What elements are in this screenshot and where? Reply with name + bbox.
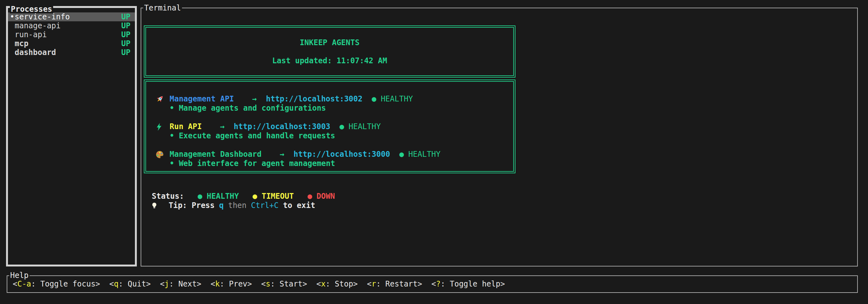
arrow-right-icon: → xyxy=(252,95,256,104)
service-health-status: HEALTHY xyxy=(408,150,440,159)
bracket-open: < xyxy=(110,279,114,289)
process-status-badge: UP xyxy=(121,48,130,57)
arrow-right-icon: → xyxy=(220,122,224,131)
service-description: • Manage agents and configurations xyxy=(146,104,513,113)
shortcut-key: s xyxy=(266,279,270,289)
arrow-right-icon: → xyxy=(280,150,284,159)
palette-icon xyxy=(155,150,169,159)
process-status-badge: UP xyxy=(121,12,130,21)
shortcut-label: : Prev> xyxy=(220,279,252,289)
header-box: INKEEP AGENTS Last updated: 11:07:42 AM xyxy=(144,26,516,77)
bracket-open: < xyxy=(431,279,436,289)
bracket-open: < xyxy=(261,279,266,289)
bulb-icon xyxy=(151,201,164,210)
process-status-badge: UP xyxy=(121,39,130,48)
legend-label: HEALTHY xyxy=(207,192,239,201)
service-url[interactable]: http://localhost:3000 xyxy=(293,150,390,159)
health-dot-icon: ● xyxy=(372,95,376,104)
status-legend-item: ●DOWN xyxy=(307,192,335,201)
shortcut-key: C-a xyxy=(17,279,31,289)
tip-text-part: Tip: Press xyxy=(168,201,215,210)
bracket-open: < xyxy=(367,279,371,289)
process-status-badge: UP xyxy=(121,21,130,30)
bracket-open: < xyxy=(13,279,17,289)
service-url[interactable]: http://localhost:3003 xyxy=(234,122,330,131)
status-legend-item: ●HEALTHY xyxy=(197,192,239,201)
shortcut-key: k xyxy=(215,279,220,289)
processes-panel: Processes •service-infoUPmanage-apiUPrun… xyxy=(6,6,137,267)
shortcut-label: : Restart> xyxy=(376,279,422,289)
help-shortcut-q: <q: Quit> xyxy=(110,279,151,289)
bracket-open: < xyxy=(211,279,215,289)
tip-text-part: q xyxy=(219,201,224,210)
service-health-status: HEALTHY xyxy=(349,122,381,131)
service-health-status: HEALTHY xyxy=(381,95,413,104)
zap-icon xyxy=(155,123,169,131)
shortcut-key: ? xyxy=(436,279,440,289)
status-legend-item: ●TIMEOUT xyxy=(253,192,294,201)
shortcut-key: r xyxy=(372,279,376,289)
service-description: • Web interface for agent management xyxy=(146,159,513,168)
process-name: run-api xyxy=(14,30,47,39)
process-name: dashboard xyxy=(14,48,56,57)
tip-text-part: Ctrl+C xyxy=(251,201,279,210)
process-row-mcp[interactable]: mcpUP xyxy=(8,39,135,48)
services-box: Management API→http://localhost:3002●HEA… xyxy=(144,79,516,173)
help-panel-title: Help xyxy=(9,271,30,279)
process-name: service-info xyxy=(14,12,70,21)
shortcut-label: : Next> xyxy=(169,279,202,289)
help-shortcut-x: <x: Stop> xyxy=(316,279,358,289)
legend-label: DOWN xyxy=(317,192,335,201)
shortcut-key: x xyxy=(321,279,326,289)
process-name: mcp xyxy=(14,39,28,48)
terminal-panel-title: Terminal xyxy=(143,4,182,12)
rocket-icon xyxy=(155,95,169,104)
shortcut-key: j xyxy=(164,279,169,289)
terminal-content: INKEEP AGENTS Last updated: 11:07:42 AM … xyxy=(141,26,857,283)
bracket-open: < xyxy=(160,279,164,289)
status-label: Status: xyxy=(152,192,184,201)
last-updated: Last updated: 11:07:42 AM xyxy=(272,56,387,65)
tip-line: Tip: PressqthenCtrl+Cto exit xyxy=(141,201,857,210)
service-block: Management Dashboard→http://localhost:30… xyxy=(146,150,513,168)
service-block: Management API→http://localhost:3002●HEA… xyxy=(146,95,513,113)
process-row-dashboard[interactable]: dashboardUP xyxy=(8,48,135,57)
service-url[interactable]: http://localhost:3002 xyxy=(266,95,363,104)
legend-dot-icon: ● xyxy=(307,192,312,201)
help-shortcuts-row: <C-a: Toggle focus><q: Quit><j: Next><k:… xyxy=(7,276,857,289)
process-list: •service-infoUPmanage-apiUPrun-apiUPmcpU… xyxy=(8,8,135,57)
help-shortcut-k: <k: Prev> xyxy=(211,279,252,289)
legend-dot-icon: ● xyxy=(197,192,202,201)
shortcut-key: q xyxy=(114,279,118,289)
process-row-manage-api[interactable]: manage-apiUP xyxy=(8,21,135,30)
tip-text-part: to exit xyxy=(283,201,315,210)
app-root: { "colors": { "background": "#1a1a1a", "… xyxy=(0,0,868,304)
process-row-service-info[interactable]: •service-infoUP xyxy=(8,12,135,21)
service-name: Management Dashboard xyxy=(169,150,261,159)
service-block: Run API→http://localhost:3003●HEALTHY• E… xyxy=(146,122,513,140)
health-dot-icon: ● xyxy=(340,122,344,131)
process-name: manage-api xyxy=(14,21,61,30)
help-shortcut-s: <s: Start> xyxy=(261,279,307,289)
process-status-badge: UP xyxy=(121,30,130,39)
bracket-open: < xyxy=(316,279,321,289)
tip-text-part: then xyxy=(228,201,247,210)
processes-panel-title: Processes xyxy=(10,5,53,13)
shortcut-label: : Toggle focus> xyxy=(31,279,100,289)
service-name: Run API xyxy=(169,122,202,131)
service-description: • Execute agents and handle requests xyxy=(146,131,513,140)
help-shortcut-C-a: <C-a: Toggle focus> xyxy=(13,279,100,289)
help-shortcut-j: <j: Next> xyxy=(160,279,202,289)
terminal-panel: Terminal INKEEP AGENTS Last updated: 11:… xyxy=(141,8,858,267)
legend-label: TIMEOUT xyxy=(261,192,294,201)
process-row-run-api[interactable]: run-apiUP xyxy=(8,30,135,39)
help-panel: Help <C-a: Toggle focus><q: Quit><j: Nex… xyxy=(7,275,858,293)
health-dot-icon: ● xyxy=(399,150,404,159)
help-shortcut-?: <?: Toggle help> xyxy=(431,279,505,289)
shortcut-label: : Toggle help> xyxy=(441,279,505,289)
status-line: Status: ●HEALTHY●TIMEOUT●DOWN xyxy=(141,192,857,201)
legend-dot-icon: ● xyxy=(253,192,257,201)
help-shortcut-r: <r: Restart> xyxy=(367,279,422,289)
service-name: Management API xyxy=(169,95,234,104)
shortcut-label: : Quit> xyxy=(118,279,151,289)
